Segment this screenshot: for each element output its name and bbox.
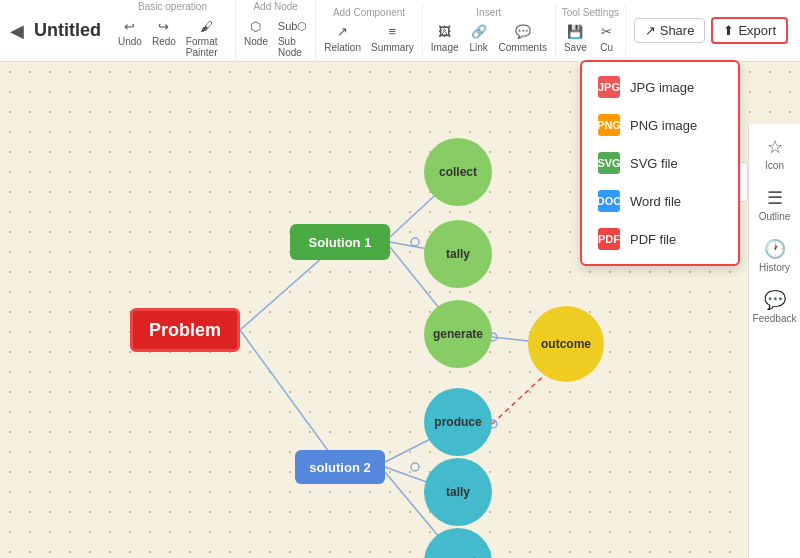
sidebar-outline-item[interactable]: ☰ Outline <box>752 181 798 228</box>
solution2-node[interactable]: solution 2 <box>295 450 385 484</box>
node-icon: ⬡ <box>246 16 266 36</box>
export-word-item[interactable]: DOC Word file <box>582 182 738 220</box>
export-svg-item[interactable]: SVG SVG file <box>582 144 738 182</box>
svg-point-10 <box>411 238 419 246</box>
png-label: PNG image <box>630 118 697 133</box>
format-painter-button[interactable]: 🖌 Format Painter <box>182 14 231 60</box>
star-icon: ☆ <box>767 136 783 158</box>
png-icon: PNG <box>598 114 620 136</box>
save-button[interactable]: 💾 Save <box>560 20 591 55</box>
link-icon: 🔗 <box>469 22 489 42</box>
add-component-group: Add Component ↗ Relation ≡ Summary <box>316 5 423 57</box>
right-sidebar: ☆ Icon ☰ Outline 🕐 History 💬 Feedback <box>748 124 800 558</box>
sidebar-feedback-label: Feedback <box>753 313 797 324</box>
share-label: Share <box>660 23 695 38</box>
history-icon: 🕐 <box>764 238 786 260</box>
export-png-item[interactable]: PNG PNG image <box>582 106 738 144</box>
basic-operation-group: Basic operation ↩ Undo ↪ Redo 🖌 Format P… <box>110 0 236 62</box>
tally2-node[interactable]: tally <box>424 458 492 526</box>
generate1-node[interactable]: generate <box>424 300 492 368</box>
sub-node-icon: Sub⬡ <box>283 16 303 36</box>
redo-icon: ↪ <box>154 16 174 36</box>
outcome-node[interactable]: outcome <box>528 306 604 382</box>
jpg-icon: JPG <box>598 76 620 98</box>
word-icon: DOC <box>598 190 620 212</box>
generate2-node[interactable]: generate <box>424 528 492 558</box>
jpg-label: JPG image <box>630 80 694 95</box>
svg-label: SVG file <box>630 156 678 171</box>
produce-label: produce <box>434 415 481 429</box>
svg-icon: SVG <box>598 152 620 174</box>
format-painter-icon: 🖌 <box>196 16 216 36</box>
sidebar-history-item[interactable]: 🕐 History <box>752 232 798 279</box>
tally2-label: tally <box>446 485 470 499</box>
problem-label: Problem <box>149 320 221 341</box>
problem-node[interactable]: Problem <box>130 308 240 352</box>
export-label: Export <box>738 23 776 38</box>
summary-icon: ≡ <box>382 22 402 42</box>
comments-button[interactable]: 💬 Comments <box>495 20 551 55</box>
undo-icon: ↩ <box>120 16 140 36</box>
sidebar-feedback-item[interactable]: 💬 Feedback <box>752 283 798 330</box>
tool-settings-group: Tool Settings 💾 Save ✂ Cu <box>556 5 626 57</box>
back-button[interactable]: ◀ <box>4 20 30 42</box>
add-node-group: Add Node ⬡ Node Sub⬡ Sub Node <box>236 0 316 62</box>
share-icon: ↗ <box>645 23 656 38</box>
add-node-label: Add Node <box>253 1 297 12</box>
solution2-label: solution 2 <box>309 460 370 475</box>
relation-button[interactable]: ↗ Relation <box>320 20 365 55</box>
basic-operation-label: Basic operation <box>138 1 207 12</box>
sub-node-button[interactable]: Sub⬡ Sub Node <box>274 14 311 60</box>
export-icon: ⬆ <box>723 23 734 38</box>
relation-icon: ↗ <box>333 22 353 42</box>
word-label: Word file <box>630 194 681 209</box>
save-icon: 💾 <box>565 22 585 42</box>
link-button[interactable]: 🔗 Link <box>465 20 493 55</box>
insert-label: Insert <box>476 7 501 18</box>
outline-icon: ☰ <box>767 187 783 209</box>
svg-line-1 <box>240 330 340 467</box>
comments-icon: 💬 <box>513 22 533 42</box>
document-title: Untitled <box>30 20 110 41</box>
export-dropdown: JPG JPG image PNG PNG image SVG SVG file… <box>580 60 740 266</box>
share-button[interactable]: ↗ Share <box>634 18 706 43</box>
sidebar-icon-label: Icon <box>765 160 784 171</box>
solution1-label: Solution 1 <box>309 235 372 250</box>
produce-node[interactable]: produce <box>424 388 492 456</box>
cut-button[interactable]: ✂ Cu <box>593 20 621 55</box>
pdf-icon: PDF <box>598 228 620 250</box>
pdf-label: PDF file <box>630 232 676 247</box>
svg-point-11 <box>411 463 419 471</box>
undo-button[interactable]: ↩ Undo <box>114 14 146 60</box>
collect-node[interactable]: collect <box>424 138 492 206</box>
image-icon: 🖼 <box>435 22 455 42</box>
sidebar-history-label: History <box>759 262 790 273</box>
summary-button[interactable]: ≡ Summary <box>367 20 418 55</box>
outcome-label: outcome <box>541 337 591 351</box>
node-button[interactable]: ⬡ Node <box>240 14 272 60</box>
tally1-label: tally <box>446 247 470 261</box>
export-pdf-item[interactable]: PDF PDF file <box>582 220 738 258</box>
generate1-label: generate <box>433 327 483 341</box>
tool-settings-label: Tool Settings <box>562 7 619 18</box>
insert-group: Insert 🖼 Image 🔗 Link 💬 Comments <box>423 5 556 57</box>
collect-label: collect <box>439 165 477 179</box>
export-jpg-item[interactable]: JPG JPG image <box>582 68 738 106</box>
redo-button[interactable]: ↪ Redo <box>148 14 180 60</box>
toolbar-right: ↗ Share ⬆ Export <box>626 17 796 44</box>
feedback-icon: 💬 <box>764 289 786 311</box>
add-component-label: Add Component <box>333 7 405 18</box>
toolbar: ◀ Untitled Basic operation ↩ Undo ↪ Redo… <box>0 0 800 62</box>
tally1-node[interactable]: tally <box>424 220 492 288</box>
solution1-node[interactable]: Solution 1 <box>290 224 390 260</box>
image-button[interactable]: 🖼 Image <box>427 20 463 55</box>
sidebar-outline-label: Outline <box>759 211 791 222</box>
cut-icon: ✂ <box>597 22 617 42</box>
sidebar-icon-item[interactable]: ☆ Icon <box>752 130 798 177</box>
export-button[interactable]: ⬆ Export <box>711 17 788 44</box>
